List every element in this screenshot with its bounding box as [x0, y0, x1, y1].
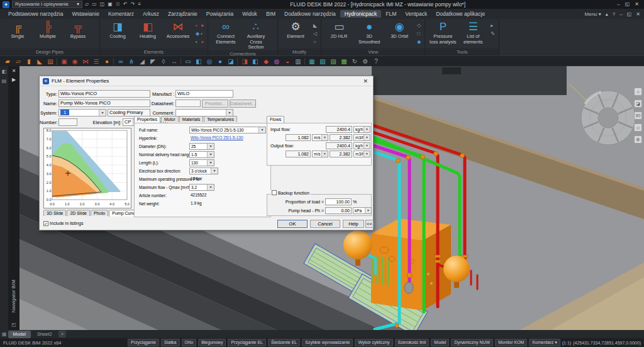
window-control-button[interactable]: –: [614, 0, 622, 9]
ribbon-button[interactable]: ◨ Cooling: [104, 20, 131, 40]
ribbon-tab[interactable]: FLM: [381, 10, 401, 18]
ribbon-tab[interactable]: Dodatkowe aplikacje: [431, 10, 489, 18]
status-toggle-button[interactable]: Wybór cykliczny: [355, 339, 392, 346]
palette-icon[interactable]: ◧: [2, 69, 7, 74]
property-value[interactable]: 3 o'clock: [189, 168, 218, 174]
preview-tab[interactable]: 3D Slide: [43, 210, 66, 216]
ribbon-mini-icon[interactable]: ▸: [491, 21, 495, 30]
preview-tab[interactable]: 2D Slide: [67, 210, 89, 216]
ribbon-mini-icon[interactable]: ◆: [196, 30, 199, 38]
output-velocity-unit-select[interactable]: m/s: [312, 151, 328, 157]
close-icon[interactable]: ✕: [8, 68, 19, 74]
ribbon-button[interactable]: ╔ Single: [4, 20, 31, 40]
ribbon-button[interactable]: ⋈ Accesories: [164, 20, 192, 40]
datasheet-field[interactable]: [175, 100, 201, 107]
qat-icon[interactable]: ▭: [92, 0, 97, 9]
toolbar-icon[interactable]: ◧: [251, 56, 260, 67]
expand-panel-icon[interactable]: ▶: [8, 77, 19, 82]
input-velocity-unit-select[interactable]: m/s: [312, 134, 328, 141]
ribbon-button[interactable]: ◉ 3D Orbit: [386, 20, 413, 45]
ribbon-mini-icon[interactable]: ◆: [417, 38, 421, 46]
input-volume-unit-select[interactable]: m3/h: [353, 134, 370, 141]
qat-icon[interactable]: ▱: [85, 0, 89, 9]
status-toggle-button[interactable]: Siatka: [161, 339, 179, 346]
property-value[interactable]: 3.2: [189, 184, 214, 191]
ribbon-tab[interactable]: Powiązania: [202, 10, 238, 18]
viewport-control-button[interactable]: ⚙: [634, 135, 642, 144]
toolbar-icon[interactable]: ◨: [240, 56, 249, 67]
ok-button[interactable]: OK: [277, 220, 308, 228]
status-toggle-button[interactable]: Szybkie wprowadzanie: [302, 339, 353, 346]
toolbar-icon[interactable]: ◆: [262, 56, 270, 67]
ribbon-button[interactable]: ◧ Heating: [134, 20, 162, 40]
ribbon-button[interactable]: ⚙ Element: [282, 20, 309, 40]
toolbar-icon[interactable]: ◢: [138, 56, 147, 67]
preview-tab[interactable]: Photo: [91, 210, 108, 216]
ribbon-tab[interactable]: Dodatkowe narzędzia: [280, 10, 340, 18]
ribbon-mini-icon[interactable]: ▪: [201, 30, 204, 38]
toolbar-icon[interactable]: ◊: [159, 56, 168, 67]
add-sheet-button[interactable]: +: [58, 331, 67, 338]
ribbon-button[interactable]: P Pressure loss analysis: [429, 20, 457, 45]
window-control-button[interactable]: ✕: [632, 0, 641, 9]
menubar-right-item[interactable]: ▴: [606, 11, 608, 17]
status-toggle-button[interactable]: Dynamiczny NUW: [451, 339, 493, 346]
toolbar-icon[interactable]: ▭: [184, 56, 192, 67]
comment-mode-dropdown[interactable]: Komentarz ▾: [529, 339, 560, 346]
qat-icon[interactable]: ↶: [123, 0, 128, 9]
viewport-control-button[interactable]: ⌂: [634, 88, 642, 96]
property-tab[interactable]: Properties: [134, 116, 160, 123]
ribbon-tab[interactable]: Zarządzanie: [164, 10, 202, 18]
status-toggle-button[interactable]: Przyciąganie EL: [228, 339, 266, 346]
ribbon-button[interactable]: ∞ Connect Elements: [212, 20, 240, 50]
output-mass-unit-select[interactable]: kg/h: [353, 142, 370, 149]
qat-icon[interactable]: ↷: [131, 0, 135, 9]
input-velocity-field[interactable]: 1.082: [286, 134, 311, 141]
ribbon-tab[interactable]: Widok: [238, 10, 262, 18]
cancel-button[interactable]: Cancel: [310, 220, 340, 228]
status-toggle-button[interactable]: Szerokość linii: [395, 339, 430, 346]
property-value[interactable]: 25: [189, 143, 214, 150]
collapse-button[interactable]: <<: [365, 220, 374, 228]
toolbar-icon[interactable]: ◍: [272, 56, 281, 67]
ribbon-tab[interactable]: Ventpack: [401, 10, 431, 18]
toolbar-icon[interactable]: ↻: [350, 56, 359, 67]
toolbar-icon[interactable]: ▤: [46, 56, 55, 67]
ribbon-mini-icon[interactable]: ○: [313, 38, 317, 46]
ribbon-tab[interactable]: Wstawianie: [67, 10, 103, 18]
ribbon-button[interactable]: ∴ Auxiliary Cross Section: [242, 20, 270, 50]
menubar-right-item[interactable]: ◱: [627, 11, 632, 17]
toolbar-icon[interactable]: [304, 58, 306, 65]
output-mass-flow-field[interactable]: 2400.4: [326, 142, 352, 149]
ribbon-mini-icon[interactable]: ▪: [196, 21, 199, 30]
window-control-button[interactable]: ◱: [623, 0, 633, 9]
ribbon-mini-icon[interactable]: ◇: [417, 21, 421, 30]
status-toggle-button[interactable]: Monitor KOM: [495, 339, 527, 346]
ribbon-tab[interactable]: Komentarz: [104, 10, 138, 18]
dialog-title-bar[interactable]: ✳ FLM - Element Properties ✕: [40, 76, 373, 86]
sheet-tab[interactable]: Model: [8, 331, 31, 338]
flows-tab[interactable]: Flows: [267, 116, 284, 123]
toolbar-icon[interactable]: ▱: [14, 56, 23, 67]
close-icon[interactable]: ✕: [361, 78, 370, 84]
toolbar-icon[interactable]: ▨: [329, 56, 338, 67]
ribbon-tab[interactable]: Podstawowe narzędzia: [4, 10, 67, 18]
property-tab[interactable]: Motor: [161, 116, 179, 122]
status-toggle-button[interactable]: Model: [431, 339, 449, 346]
property-value[interactable]: 10 bar: [189, 176, 221, 183]
property-tab[interactable]: Temperatures: [204, 116, 237, 122]
viewport-control-button[interactable]: 90: [634, 111, 642, 120]
number-field[interactable]: [58, 118, 77, 126]
menubar-right-item[interactable]: ?: [613, 11, 615, 17]
toolbar-icon[interactable]: ☰: [92, 56, 101, 67]
property-value[interactable]: 1.9 kg: [189, 200, 221, 207]
status-toggle-button[interactable]: Śledzenie EL: [268, 339, 300, 346]
sheet-tab[interactable]: Sheet2: [32, 331, 57, 338]
ribbon-mini-icon[interactable]: ◣: [313, 21, 317, 30]
toolbar-icon[interactable]: ◣: [35, 56, 44, 67]
ribbon-button[interactable]: ╦ Bypass: [64, 20, 92, 40]
toolbar-icon[interactable]: ▧: [318, 56, 327, 67]
output-velocity-field[interactable]: 1.082: [286, 151, 311, 157]
workspace-dropdown[interactable]: Rysowanie i opisywanie▾: [12, 1, 82, 8]
toolbar-icon[interactable]: ?: [372, 56, 380, 67]
